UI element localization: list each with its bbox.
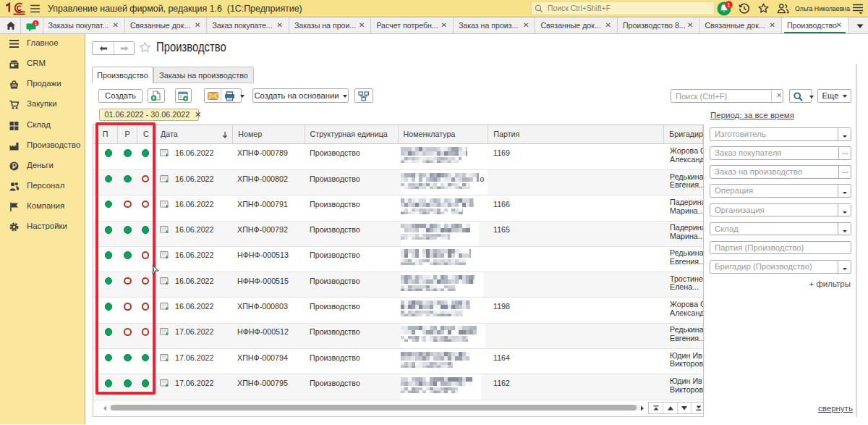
svg-text:1: 1: [34, 20, 37, 27]
svg-text:1: 1: [727, 1, 731, 9]
